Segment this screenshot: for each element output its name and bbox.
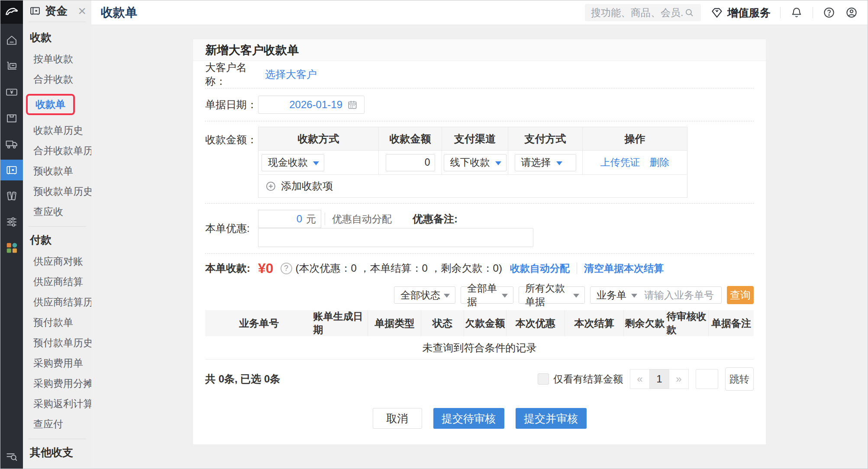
calendar-icon [347,99,358,110]
rail-cash-icon[interactable] [0,79,23,105]
sidebar-item-yushoukuandan[interactable]: 预收款单 [23,161,91,181]
active-item-highlight: 收款单 [26,94,75,115]
col-doc-remark: 单据备注 [709,310,754,336]
submit-pending-button[interactable]: 提交待审核 [433,408,504,429]
prev-page-button[interactable]: « [630,369,650,389]
date-label: 单据日期： [205,98,258,112]
discount-label: 本单优惠: [205,222,258,235]
date-value: 2026-01-19 [289,99,342,111]
rail-delivery-icon[interactable] [0,131,23,157]
chevron-down-icon [495,161,501,165]
topbar-separator [813,7,813,18]
rail-menu-search-icon[interactable] [0,450,23,463]
status-filter-select[interactable]: 全部状态 [394,286,455,304]
nav-section-receipts: 收款 [23,24,91,49]
rail-goods-icon[interactable] [0,105,23,131]
sidebar-item-caigou-fanli-jisuan[interactable]: 采购返利计算 [23,394,91,414]
method-select[interactable]: 现金收款 [261,154,324,171]
payway-select[interactable]: 请选择 [515,154,576,171]
rail-orders-icon[interactable] [0,53,23,79]
clear-settlement-link[interactable]: 清空单据本次结算 [584,262,664,275]
content-column: 收款单 增值服务 [91,0,868,469]
date-picker[interactable]: 2026-01-19 [258,96,365,114]
receipt-label: 本单收款: [205,261,258,275]
sidebar-item-anjdan-shoukuan[interactable]: 按单收款 [23,49,91,69]
notifications-bell-icon[interactable] [790,6,803,19]
sidebar-item-gongyingshang-jiesuan-lishi[interactable]: 供应商结算历史 [23,292,91,312]
settled-only-checkbox[interactable] [538,373,549,385]
brand-logo[interactable] [0,0,23,24]
discount-auto-label: 优惠自动分配 [332,212,392,226]
global-search-input[interactable] [591,7,684,19]
discount-remark-label: 优惠备注: [413,212,458,226]
sidebar-item-shoukuandan-lishi[interactable]: 收款单历史 [23,120,91,141]
select-customer-link[interactable]: 选择大客户 [265,67,317,81]
filter-row: 全部状态 全部单据 所有欠款单据 业务单 [193,283,766,310]
sidebar-item-cha-yingshou[interactable]: 查应收 [23,202,91,222]
rail-apps-icon[interactable] [0,235,23,261]
discount-amount-input[interactable]: 0 元 [258,210,321,228]
user-avatar-icon[interactable] [845,6,858,19]
empty-state-text: 未查询到符合条件的记录 [205,336,754,360]
help-icon[interactable] [823,6,836,19]
search-icon[interactable] [684,7,695,18]
page-jump-input[interactable] [696,369,718,389]
amount-input[interactable] [386,154,435,171]
sidebar-item-gongyingshang-duizhang[interactable]: 供应商对账 [23,251,91,272]
settled-only-label: 仅看有结算金额 [553,373,623,386]
global-search-box[interactable] [585,4,701,21]
rail-funds-icon[interactable] [0,160,23,180]
upload-voucher-link[interactable]: 上传凭证 [600,156,640,169]
rail-settings-icon[interactable] [0,209,23,235]
sidebar-item-caigou-feiyong-fentan[interactable]: 采购费用分摊 [23,373,91,394]
sidebar-header: 资金 × [23,0,91,22]
sidebar-item-cha-yingfu[interactable]: 查应付 [23,414,91,434]
help-circle-icon[interactable]: ? [281,263,292,274]
auto-allocate-link[interactable]: 收款自动分配 [510,262,570,275]
amount-row: 收款金额： 收款方式 收款金额 支付渠道 支付方式 操作 现 [193,122,766,203]
col-header-operation: 操作 [583,127,687,150]
query-button[interactable]: 查询 [727,286,754,304]
sidebar-item-shoukuandan[interactable]: 收款单 [23,90,91,120]
chevron-down-icon [631,294,637,298]
value-added-services-button[interactable]: 增值服务 [710,6,771,20]
next-page-button[interactable]: » [669,369,689,389]
bizno-input[interactable] [641,289,721,301]
method-cell: 现金收款 [258,151,379,174]
rail-home-icon[interactable] [0,27,23,53]
col-doc-type: 单据类型 [368,310,421,336]
app-window: 资金 × 收款 按单收款 合并收款 收款单 收款单历史 合并收款单历史 预收款单… [0,0,868,469]
sidebar-item-hebing-shoukuandan-lishi[interactable]: 合并收款单历史 [23,141,91,161]
page-jump-button[interactable]: 跳转 [725,367,754,391]
delete-row-link[interactable]: 删除 [650,156,670,169]
discount-remark-input[interactable] [258,228,533,247]
form-actions: 取消 提交待审核 提交并审核 [193,408,766,429]
bizno-type-select[interactable]: 业务单 [590,289,641,302]
receipt-amount: ¥0 [258,260,274,276]
cancel-button[interactable]: 取消 [373,408,422,429]
sidebar-item-hebing-shoukuan[interactable]: 合并收款 [23,69,91,90]
form-title: 新增大客户收款单 [193,39,766,61]
sidebar-item-caigou-feiyongdan[interactable]: 采购费用单 [23,353,91,373]
pagination: « 1 » [630,369,689,389]
doc-filter-select[interactable]: 全部单据 [461,286,513,304]
col-status: 状态 [421,310,464,336]
nav-section-other: 其他收支 [23,439,91,464]
add-payment-item-button[interactable]: 添加收款项 [258,175,687,197]
submit-audit-button[interactable]: 提交并审核 [516,408,587,429]
rail-reports-icon[interactable] [0,183,23,209]
sidebar-item-gongyingshang-jiesuan[interactable]: 供应商结算 [23,272,91,292]
channel-select[interactable]: 线下收款 [444,154,507,171]
debt-filter-select[interactable]: 所有欠款单据 [519,286,585,304]
sidebar-item-qita-shourudan[interactable]: 其它收入单 [23,464,91,469]
rail-items [0,27,23,261]
sidebar-item-yufukuandan[interactable]: 预付款单 [23,312,91,333]
sidebar-item-yufukuandan-lishi[interactable]: 预付款单历史 [23,333,91,353]
topbar-right: 增值服务 [585,4,858,21]
chevron-down-icon [313,161,319,165]
sidebar-item-yushoukuandan-lishi[interactable]: 预收款单历史 [23,181,91,202]
chevron-down-icon [444,294,450,298]
col-bizno: 业务单号 [205,310,313,336]
close-icon[interactable]: × [78,4,86,18]
nav-section-payments: 付款 [23,227,91,251]
